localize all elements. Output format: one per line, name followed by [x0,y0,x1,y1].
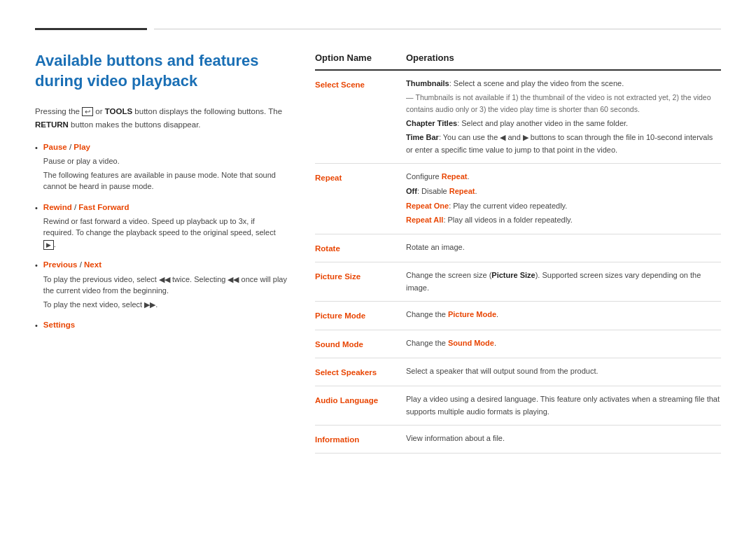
option-select-speakers: Select Speakers [315,365,406,379]
table-row-select-scene: Select Scene Thumbnails: Select a scene … [315,71,721,164]
bullet-settings: • Settings [35,319,287,333]
op-information-text: View information about a file. [406,433,721,445]
bullet-title-pause-play: Pause / Play [43,141,287,153]
rewind-label: Rewind [43,203,72,211]
right-panel: Option Name Operations Select Scene Thum… [315,51,721,454]
table-row-audio-language: Audio Language Play a video using a desi… [315,386,721,426]
op-repeat-off: Off: Disable Repeat. [406,185,721,198]
bullet-rewind: • Rewind / Fast Forward Rewind or fast f… [35,202,287,253]
bullet-prevnext: • Previous / Next To play the previous v… [35,259,287,312]
table-row-repeat: Repeat Configure Repeat. Off: Disable Re… [315,164,721,234]
bullet-pause-play: • Pause / Play Pause or play a video. Th… [35,141,287,195]
left-panel: Available buttons and featuresduring vid… [35,51,287,454]
table-row-picture-mode: Picture Mode Change the Picture Mode. [315,302,721,330]
option-sound-mode: Sound Mode [315,337,406,351]
bullet-content-prevnext: Previous / Next To play the previous vid… [43,259,287,312]
op-audio-language-text: Play a video using a desired language. T… [406,393,721,418]
option-information: Information [315,433,406,446]
play-label: Play [74,143,90,151]
settings-label: Settings [43,321,75,329]
page-title: Available buttons and featuresduring vid… [35,51,287,91]
op-rotate-text: Rotate an image. [406,241,721,254]
op-sound-mode-text: Change the Sound Mode. [406,337,721,350]
operations-information: View information about a file. [406,433,721,446]
option-repeat: Repeat [315,171,406,226]
bullet-content-rewind: Rewind / Fast Forward Rewind or fast for… [43,202,287,253]
option-picture-mode: Picture Mode [315,309,406,322]
bullet-dot-2: • [35,202,38,214]
previous-label: Previous [43,260,78,269]
bullet-title-settings: Settings [43,319,287,331]
op-picture-size-text: Change the screen size (Picture Size). S… [406,269,721,294]
next-label: Next [84,260,102,269]
bullet-desc-prev: To play the previous video, select ◀◀ tw… [43,274,287,297]
op-thumbnails-main: Thumbnails: Select a scene and play the … [406,78,721,90]
separator-2: / [72,203,79,211]
table-row-rotate: Rotate Rotate an image. [315,234,721,262]
bullet-dot-4: • [35,320,38,332]
intro-paragraph: Pressing the ↩ or TOOLS button displays … [35,105,287,131]
bullet-desc-1: Pause or play a video. [43,155,287,167]
table-row-picture-size: Picture Size Change the screen size (Pic… [315,262,721,302]
op-thumbnails-note: Thumbnails is not available if 1) the th… [406,92,721,115]
top-divider [35,28,721,30]
bullet-desc-2: The following features are available in … [43,169,287,192]
play-icon: ▶ [43,240,54,251]
fastforward-label: Fast Forward [78,203,129,211]
op-repeat-all: Repeat All: Play all videos in a folder … [406,214,721,227]
option-audio-language: Audio Language [315,393,406,418]
operations-audio-language: Play a video using a desired language. T… [406,393,721,418]
table-row-sound-mode: Sound Mode Change the Sound Mode. [315,330,721,358]
bullet-content-settings: Settings [43,319,287,333]
op-repeat-one: Repeat One: Play the current video repea… [406,200,721,213]
table-row-information: Information View information about a fil… [315,426,721,454]
op-picture-mode-text: Change the Picture Mode. [406,309,721,321]
pause-label: Pause [43,143,67,151]
col-option-header: Option Name [315,51,406,65]
top-line-dark [35,28,147,30]
table-header: Option Name Operations [315,51,721,71]
main-content: Available buttons and featuresduring vid… [35,51,721,454]
bullet-content-pause-play: Pause / Play Pause or play a video. The … [43,141,287,195]
bullet-title-rewind: Rewind / Fast Forward [43,202,287,213]
bullet-desc-rewind: Rewind or fast forward a video. Speed up… [43,216,287,251]
op-repeat-configure: Configure Repeat. [406,171,721,183]
op-select-speakers-text: Select a speaker that will output sound … [406,365,721,378]
op-time-bar: Time Bar: You can use the ◀ and ▶ button… [406,132,721,156]
top-line-light [154,29,721,29]
op-chapter-titles: Chapter Titles: Select and play another … [406,118,721,130]
col-operations-header: Operations [406,51,721,65]
operations-sound-mode: Change the Sound Mode. [406,337,721,351]
table-row-select-speakers: Select Speakers Select a speaker that wi… [315,358,721,386]
bullet-dot-3: • [35,260,38,272]
operations-select-speakers: Select a speaker that will output sound … [406,365,721,379]
operations-picture-size: Change the screen size (Picture Size). S… [406,269,721,294]
operations-repeat: Configure Repeat. Off: Disable Repeat. R… [406,171,721,226]
option-picture-size: Picture Size [315,269,406,294]
page: Available buttons and featuresduring vid… [0,0,756,534]
bullet-title-prevnext: Previous / Next [43,259,287,271]
separator-3: / [77,260,84,269]
operations-rotate: Rotate an image. [406,241,721,255]
option-select-scene: Select Scene [315,78,406,157]
option-rotate: Rotate [315,241,406,255]
separator: / [67,143,74,151]
bullet-dot: • [35,142,38,154]
bullet-desc-next: To play the next video, select ▶▶. [43,299,287,311]
operations-picture-mode: Change the Picture Mode. [406,309,721,322]
operations-select-scene: Thumbnails: Select a scene and play the … [406,78,721,157]
